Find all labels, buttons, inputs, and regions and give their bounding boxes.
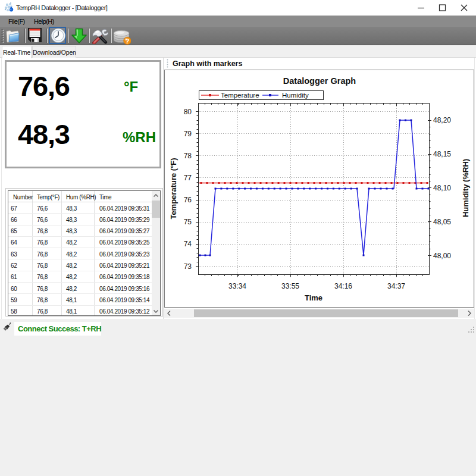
svg-text:34:16: 34:16 [334, 282, 352, 290]
svg-text:Temperature: Temperature [221, 92, 259, 99]
svg-text:79: 79 [184, 130, 192, 138]
svg-text:Humidity: Humidity [282, 92, 309, 99]
svg-text:Humidity (%RH): Humidity (%RH) [461, 159, 470, 217]
svg-text:Temperature (°F): Temperature (°F) [169, 158, 178, 219]
svg-text:78: 78 [184, 152, 192, 160]
svg-text:77: 77 [184, 174, 192, 182]
svg-text:48,20: 48,20 [433, 116, 451, 124]
svg-text:75: 75 [184, 218, 192, 226]
svg-text:48,10: 48,10 [433, 184, 451, 192]
svg-text:76: 76 [184, 196, 192, 204]
svg-text:33:34: 33:34 [228, 282, 246, 290]
svg-text:48,15: 48,15 [433, 150, 451, 158]
svg-text:34:37: 34:37 [387, 282, 405, 290]
svg-text:48,05: 48,05 [433, 218, 451, 226]
svg-text:Time: Time [305, 293, 322, 302]
svg-text:?: ? [125, 37, 129, 45]
svg-text:73: 73 [184, 262, 192, 271]
svg-text:48,00: 48,00 [433, 252, 451, 260]
svg-text:80: 80 [184, 108, 192, 116]
svg-text:33:55: 33:55 [281, 282, 299, 290]
svg-text:74: 74 [184, 240, 192, 248]
svg-text:Datalogger Graph: Datalogger Graph [283, 76, 356, 86]
